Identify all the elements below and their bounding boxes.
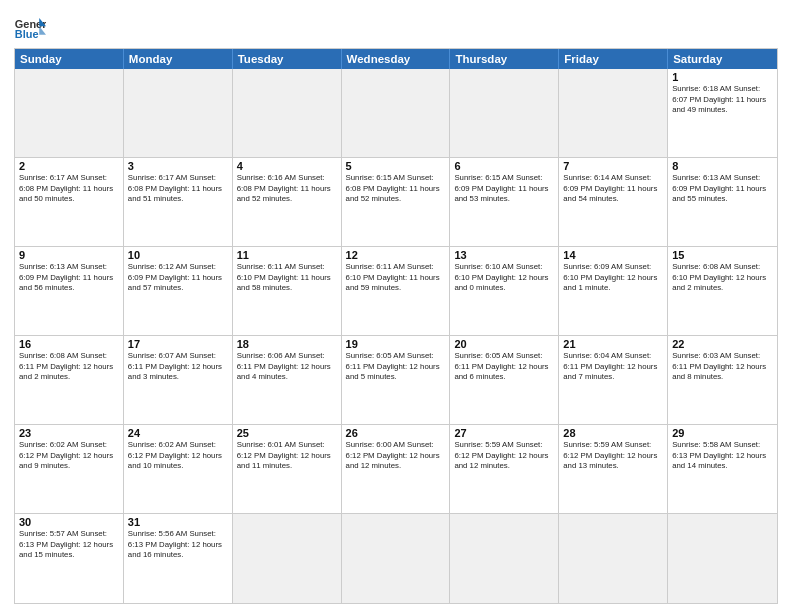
- calendar-cell: 22Sunrise: 6:03 AM Sunset: 6:11 PM Dayli…: [668, 336, 777, 424]
- logo: General Blue: [14, 14, 46, 42]
- day-info: Sunrise: 6:08 AM Sunset: 6:10 PM Dayligh…: [672, 262, 773, 294]
- calendar-cell: 9Sunrise: 6:13 AM Sunset: 6:09 PM Daylig…: [15, 247, 124, 335]
- day-info: Sunrise: 6:14 AM Sunset: 6:09 PM Dayligh…: [563, 173, 663, 205]
- calendar-cell: 30Sunrise: 5:57 AM Sunset: 6:13 PM Dayli…: [15, 514, 124, 603]
- calendar-cell: 20Sunrise: 6:05 AM Sunset: 6:11 PM Dayli…: [450, 336, 559, 424]
- day-info: Sunrise: 6:13 AM Sunset: 6:09 PM Dayligh…: [672, 173, 773, 205]
- calendar-cell: [15, 69, 124, 157]
- calendar-cell: [450, 514, 559, 603]
- day-number: 22: [672, 338, 773, 350]
- calendar-cell: [342, 69, 451, 157]
- day-info: Sunrise: 5:58 AM Sunset: 6:13 PM Dayligh…: [672, 440, 773, 472]
- day-info: Sunrise: 6:11 AM Sunset: 6:10 PM Dayligh…: [237, 262, 337, 294]
- calendar-cell: [233, 69, 342, 157]
- calendar-cell: 10Sunrise: 6:12 AM Sunset: 6:09 PM Dayli…: [124, 247, 233, 335]
- day-info: Sunrise: 6:12 AM Sunset: 6:09 PM Dayligh…: [128, 262, 228, 294]
- day-number: 30: [19, 516, 119, 528]
- calendar-cell: 14Sunrise: 6:09 AM Sunset: 6:10 PM Dayli…: [559, 247, 668, 335]
- calendar-cell: 7Sunrise: 6:14 AM Sunset: 6:09 PM Daylig…: [559, 158, 668, 246]
- calendar-cell: 23Sunrise: 6:02 AM Sunset: 6:12 PM Dayli…: [15, 425, 124, 513]
- calendar-week: 9Sunrise: 6:13 AM Sunset: 6:09 PM Daylig…: [15, 247, 777, 336]
- day-number: 7: [563, 160, 663, 172]
- calendar-cell: [668, 514, 777, 603]
- calendar-cell: 2Sunrise: 6:17 AM Sunset: 6:08 PM Daylig…: [15, 158, 124, 246]
- day-number: 9: [19, 249, 119, 261]
- calendar-header-day: Thursday: [450, 49, 559, 69]
- day-number: 20: [454, 338, 554, 350]
- day-info: Sunrise: 6:03 AM Sunset: 6:11 PM Dayligh…: [672, 351, 773, 383]
- calendar-cell: 31Sunrise: 5:56 AM Sunset: 6:13 PM Dayli…: [124, 514, 233, 603]
- day-number: 11: [237, 249, 337, 261]
- calendar-cell: 27Sunrise: 5:59 AM Sunset: 6:12 PM Dayli…: [450, 425, 559, 513]
- day-info: Sunrise: 6:06 AM Sunset: 6:11 PM Dayligh…: [237, 351, 337, 383]
- calendar-week: 1Sunrise: 6:18 AM Sunset: 6:07 PM Daylig…: [15, 69, 777, 158]
- calendar-cell: 16Sunrise: 6:08 AM Sunset: 6:11 PM Dayli…: [15, 336, 124, 424]
- calendar-header-day: Wednesday: [342, 49, 451, 69]
- day-number: 4: [237, 160, 337, 172]
- calendar-week: 23Sunrise: 6:02 AM Sunset: 6:12 PM Dayli…: [15, 425, 777, 514]
- day-number: 15: [672, 249, 773, 261]
- day-info: Sunrise: 6:00 AM Sunset: 6:12 PM Dayligh…: [346, 440, 446, 472]
- day-info: Sunrise: 6:13 AM Sunset: 6:09 PM Dayligh…: [19, 262, 119, 294]
- calendar-header-day: Friday: [559, 49, 668, 69]
- calendar-cell: [124, 69, 233, 157]
- day-number: 14: [563, 249, 663, 261]
- day-number: 23: [19, 427, 119, 439]
- calendar-cell: [342, 514, 451, 603]
- day-info: Sunrise: 6:02 AM Sunset: 6:12 PM Dayligh…: [128, 440, 228, 472]
- calendar-cell: [559, 514, 668, 603]
- day-info: Sunrise: 5:59 AM Sunset: 6:12 PM Dayligh…: [454, 440, 554, 472]
- day-info: Sunrise: 6:17 AM Sunset: 6:08 PM Dayligh…: [128, 173, 228, 205]
- calendar-cell: 17Sunrise: 6:07 AM Sunset: 6:11 PM Dayli…: [124, 336, 233, 424]
- day-info: Sunrise: 6:08 AM Sunset: 6:11 PM Dayligh…: [19, 351, 119, 383]
- calendar-cell: 19Sunrise: 6:05 AM Sunset: 6:11 PM Dayli…: [342, 336, 451, 424]
- day-info: Sunrise: 6:04 AM Sunset: 6:11 PM Dayligh…: [563, 351, 663, 383]
- calendar-cell: [450, 69, 559, 157]
- calendar-cell: 5Sunrise: 6:15 AM Sunset: 6:08 PM Daylig…: [342, 158, 451, 246]
- calendar-cell: 12Sunrise: 6:11 AM Sunset: 6:10 PM Dayli…: [342, 247, 451, 335]
- day-number: 29: [672, 427, 773, 439]
- calendar-cell: 26Sunrise: 6:00 AM Sunset: 6:12 PM Dayli…: [342, 425, 451, 513]
- generalblue-logo-icon: General Blue: [14, 14, 46, 42]
- calendar: SundayMondayTuesdayWednesdayThursdayFrid…: [14, 48, 778, 604]
- calendar-cell: [559, 69, 668, 157]
- calendar-week: 16Sunrise: 6:08 AM Sunset: 6:11 PM Dayli…: [15, 336, 777, 425]
- day-number: 28: [563, 427, 663, 439]
- day-number: 31: [128, 516, 228, 528]
- day-number: 3: [128, 160, 228, 172]
- calendar-cell: [233, 514, 342, 603]
- day-number: 24: [128, 427, 228, 439]
- day-info: Sunrise: 5:57 AM Sunset: 6:13 PM Dayligh…: [19, 529, 119, 561]
- day-number: 6: [454, 160, 554, 172]
- day-info: Sunrise: 6:09 AM Sunset: 6:10 PM Dayligh…: [563, 262, 663, 294]
- day-number: 19: [346, 338, 446, 350]
- calendar-week: 30Sunrise: 5:57 AM Sunset: 6:13 PM Dayli…: [15, 514, 777, 603]
- calendar-header-day: Monday: [124, 49, 233, 69]
- day-info: Sunrise: 6:02 AM Sunset: 6:12 PM Dayligh…: [19, 440, 119, 472]
- day-info: Sunrise: 6:17 AM Sunset: 6:08 PM Dayligh…: [19, 173, 119, 205]
- page: General Blue SundayMondayTuesdayWednesda…: [0, 0, 792, 612]
- calendar-cell: 25Sunrise: 6:01 AM Sunset: 6:12 PM Dayli…: [233, 425, 342, 513]
- calendar-cell: 21Sunrise: 6:04 AM Sunset: 6:11 PM Dayli…: [559, 336, 668, 424]
- calendar-cell: 13Sunrise: 6:10 AM Sunset: 6:10 PM Dayli…: [450, 247, 559, 335]
- day-number: 27: [454, 427, 554, 439]
- calendar-cell: 28Sunrise: 5:59 AM Sunset: 6:12 PM Dayli…: [559, 425, 668, 513]
- day-number: 17: [128, 338, 228, 350]
- calendar-body: 1Sunrise: 6:18 AM Sunset: 6:07 PM Daylig…: [15, 69, 777, 603]
- day-info: Sunrise: 6:15 AM Sunset: 6:08 PM Dayligh…: [346, 173, 446, 205]
- day-number: 16: [19, 338, 119, 350]
- day-info: Sunrise: 6:07 AM Sunset: 6:11 PM Dayligh…: [128, 351, 228, 383]
- day-number: 2: [19, 160, 119, 172]
- day-info: Sunrise: 6:18 AM Sunset: 6:07 PM Dayligh…: [672, 84, 773, 116]
- day-number: 21: [563, 338, 663, 350]
- calendar-cell: 3Sunrise: 6:17 AM Sunset: 6:08 PM Daylig…: [124, 158, 233, 246]
- day-info: Sunrise: 6:15 AM Sunset: 6:09 PM Dayligh…: [454, 173, 554, 205]
- day-info: Sunrise: 6:11 AM Sunset: 6:10 PM Dayligh…: [346, 262, 446, 294]
- header: General Blue: [14, 10, 778, 42]
- day-number: 8: [672, 160, 773, 172]
- calendar-cell: 29Sunrise: 5:58 AM Sunset: 6:13 PM Dayli…: [668, 425, 777, 513]
- calendar-cell: 4Sunrise: 6:16 AM Sunset: 6:08 PM Daylig…: [233, 158, 342, 246]
- day-number: 13: [454, 249, 554, 261]
- day-number: 25: [237, 427, 337, 439]
- calendar-cell: 8Sunrise: 6:13 AM Sunset: 6:09 PM Daylig…: [668, 158, 777, 246]
